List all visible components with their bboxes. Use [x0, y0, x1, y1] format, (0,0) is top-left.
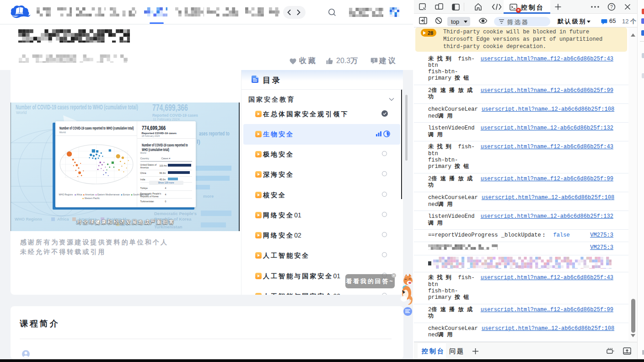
- svg-text:?: ?: [610, 5, 613, 10]
